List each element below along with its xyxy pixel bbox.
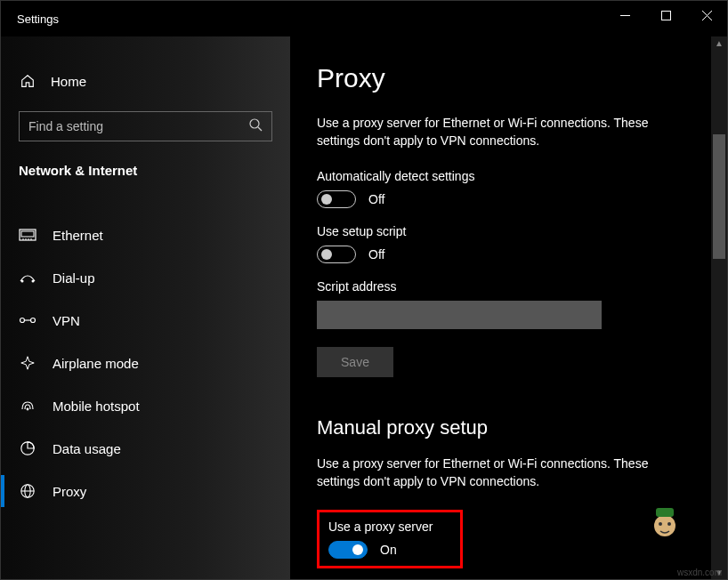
use-proxy-label: Use a proxy server [328, 520, 451, 534]
scroll-up-icon[interactable]: ▲ [715, 38, 724, 48]
svg-rect-23 [656, 508, 674, 517]
scroll-thumb[interactable] [713, 134, 725, 259]
hotspot-icon [19, 397, 36, 415]
auto-detect-toggle[interactable] [317, 190, 356, 208]
vpn-icon [19, 311, 36, 329]
script-address-input[interactable] [317, 301, 602, 329]
svg-point-12 [21, 280, 24, 283]
sidebar-item-label: Airplane mode [53, 356, 139, 371]
assistant-mascot-icon [647, 503, 683, 542]
sidebar-item-dialup[interactable]: Dial-up [1, 256, 290, 299]
proxy-description: Use a proxy server for Ethernet or Wi-Fi… [317, 115, 691, 149]
scrollbar[interactable]: ▲ ▼ [711, 36, 727, 579]
save-button[interactable]: Save [317, 347, 393, 377]
content-area: Home Network & Internet Ethernet [1, 36, 727, 579]
svg-point-17 [27, 408, 29, 411]
use-proxy-state: On [380, 543, 397, 557]
svg-point-4 [250, 119, 259, 128]
search-box[interactable] [19, 111, 272, 141]
search-input[interactable] [28, 119, 248, 133]
close-button[interactable] [686, 1, 727, 29]
svg-point-14 [20, 318, 25, 323]
manual-description: Use a proxy server for Ethernet or Wi-Fi… [317, 455, 691, 490]
sidebar-item-proxy[interactable]: Proxy [1, 470, 290, 512]
sidebar-item-airplane[interactable]: Airplane mode [1, 342, 290, 384]
settings-window: Settings Home [0, 0, 728, 580]
main-panel: Proxy Use a proxy server for Ethernet or… [290, 36, 727, 579]
setup-script-toggle[interactable] [317, 246, 356, 263]
svg-line-5 [258, 127, 262, 131]
window-controls [604, 1, 727, 36]
highlight-box: Use a proxy server On [317, 510, 463, 568]
use-proxy-toggle[interactable] [328, 541, 368, 559]
svg-point-24 [659, 522, 662, 526]
maximize-button[interactable] [645, 1, 686, 29]
setup-script-state: Off [368, 247, 384, 262]
sidebar: Home Network & Internet Ethernet [1, 36, 290, 579]
auto-detect-state: Off [368, 192, 384, 206]
search-icon [248, 117, 263, 135]
titlebar: Settings [1, 1, 727, 36]
auto-detect-label: Automatically detect settings [317, 169, 700, 183]
category-header: Network & Internet [1, 141, 290, 187]
svg-point-15 [31, 318, 36, 323]
svg-rect-1 [661, 11, 670, 20]
svg-point-13 [32, 280, 35, 283]
airplane-icon [19, 354, 36, 372]
script-address-label: Script address [317, 279, 700, 294]
svg-rect-7 [21, 231, 34, 237]
home-label: Home [51, 74, 86, 89]
sidebar-item-label: Ethernet [53, 228, 103, 243]
minimize-button[interactable] [604, 1, 645, 29]
sidebar-item-label: VPN [53, 313, 80, 328]
watermark: wsxdn.com [677, 568, 722, 577]
sidebar-item-hotspot[interactable]: Mobile hotspot [1, 384, 290, 427]
ethernet-icon [19, 226, 36, 244]
sidebar-item-datausage[interactable]: Data usage [1, 427, 290, 470]
svg-point-25 [667, 522, 671, 526]
window-title: Settings [17, 12, 59, 26]
setup-script-label: Use setup script [317, 224, 700, 238]
sidebar-item-label: Mobile hotspot [53, 399, 140, 414]
nav-list: Ethernet Dial-up VPN [1, 213, 290, 512]
proxy-icon [19, 482, 36, 500]
sidebar-item-label: Dial-up [53, 270, 95, 286]
sidebar-item-ethernet[interactable]: Ethernet [1, 213, 290, 256]
sidebar-item-vpn[interactable]: VPN [1, 299, 290, 342]
sidebar-item-label: Proxy [53, 484, 86, 499]
sidebar-item-label: Data usage [53, 441, 121, 456]
page-title: Proxy [317, 63, 700, 93]
dialup-icon [19, 269, 36, 286]
data-usage-icon [19, 439, 36, 457]
home-link[interactable]: Home [1, 63, 290, 99]
home-icon [19, 72, 36, 90]
manual-setup-header: Manual proxy setup [317, 416, 700, 439]
